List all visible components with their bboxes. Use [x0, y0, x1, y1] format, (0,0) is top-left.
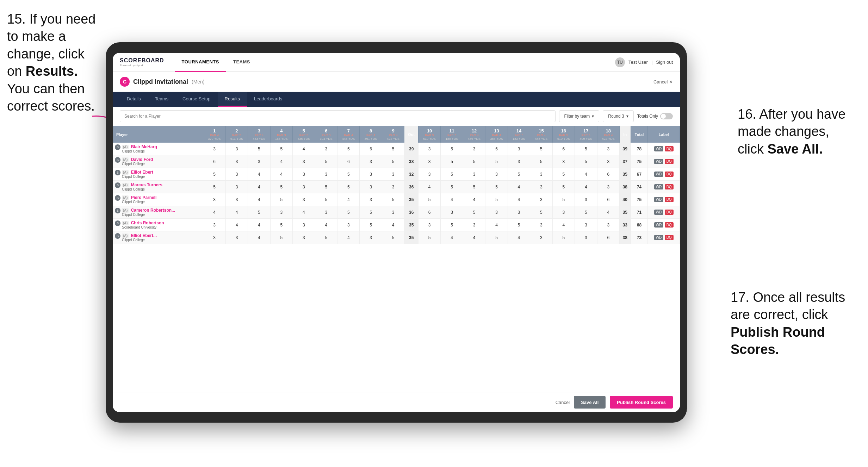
score-hole-17[interactable]: 5 — [575, 206, 597, 219]
score-hole-13[interactable]: 3 — [485, 168, 508, 181]
score-hole-10[interactable]: 3 — [418, 143, 440, 155]
score-hole-1[interactable]: 5 — [203, 181, 225, 193]
score-hole-8[interactable]: 3 — [360, 193, 382, 206]
score-hole-1[interactable]: 6 — [203, 155, 225, 168]
score-hole-14[interactable]: 4 — [508, 193, 530, 206]
score-hole-13[interactable]: 3 — [485, 206, 508, 219]
score-hole-12[interactable]: 3 — [463, 143, 485, 155]
score-hole-14[interactable]: 3 — [508, 155, 530, 168]
score-hole-12[interactable]: 3 — [463, 219, 485, 231]
score-hole-13[interactable]: 6 — [485, 143, 508, 155]
score-hole-11[interactable]: 5 — [441, 143, 463, 155]
score-hole-11[interactable]: 3 — [441, 206, 463, 219]
score-hole-13[interactable]: 5 — [485, 193, 508, 206]
score-hole-9[interactable]: 3 — [382, 181, 404, 193]
score-hole-4[interactable]: 5 — [270, 193, 292, 206]
score-hole-15[interactable]: 3 — [530, 219, 552, 231]
score-hole-18[interactable]: 6 — [597, 168, 619, 181]
score-hole-17[interactable]: 3 — [575, 231, 597, 244]
search-input[interactable] — [120, 110, 556, 122]
score-hole-6[interactable]: 5 — [315, 155, 337, 168]
score-hole-13[interactable]: 4 — [485, 219, 508, 231]
score-hole-13[interactable]: 5 — [485, 155, 508, 168]
score-hole-4[interactable]: 5 — [270, 181, 292, 193]
dq-button[interactable]: DQ — [665, 159, 674, 164]
player-name[interactable]: Elliot Ebert... — [131, 233, 157, 238]
score-hole-17[interactable]: 4 — [575, 181, 597, 193]
score-hole-1[interactable]: 3 — [203, 231, 225, 244]
score-hole-11[interactable]: 5 — [441, 155, 463, 168]
score-hole-6[interactable]: 4 — [315, 219, 337, 231]
score-hole-5[interactable]: 3 — [293, 231, 315, 244]
score-hole-9[interactable]: 5 — [382, 143, 404, 155]
score-hole-17[interactable]: 4 — [575, 168, 597, 181]
dq-button[interactable]: DQ — [665, 146, 674, 151]
score-hole-7[interactable]: 5 — [337, 168, 360, 181]
score-hole-1[interactable]: 3 — [203, 219, 225, 231]
score-hole-16[interactable]: 6 — [552, 143, 575, 155]
score-hole-12[interactable]: 4 — [463, 231, 485, 244]
score-hole-14[interactable]: 3 — [508, 143, 530, 155]
player-name[interactable]: Chris Robertson — [131, 220, 164, 225]
score-hole-2[interactable]: 4 — [225, 219, 248, 231]
score-hole-10[interactable]: 5 — [418, 193, 440, 206]
score-hole-10[interactable]: 3 — [418, 155, 440, 168]
score-hole-1[interactable]: 3 — [203, 193, 225, 206]
tournament-cancel-btn[interactable]: Cancel ✕ — [653, 79, 673, 85]
wd-button[interactable]: WD — [654, 210, 664, 215]
score-hole-5[interactable]: 4 — [293, 206, 315, 219]
score-hole-2[interactable]: 3 — [225, 181, 248, 193]
footer-cancel[interactable]: Cancel — [556, 400, 570, 405]
score-hole-15[interactable]: 3 — [530, 181, 552, 193]
score-hole-16[interactable]: 5 — [552, 168, 575, 181]
score-hole-15[interactable]: 3 — [530, 231, 552, 244]
save-all-button[interactable]: Save All — [574, 396, 606, 409]
score-hole-4[interactable]: 3 — [270, 206, 292, 219]
score-hole-13[interactable]: 5 — [485, 231, 508, 244]
score-hole-10[interactable]: 3 — [418, 219, 440, 231]
score-hole-3[interactable]: 4 — [248, 219, 270, 231]
round-select-btn[interactable]: Round 3 ▾ — [603, 110, 633, 122]
score-hole-4[interactable]: 5 — [270, 143, 292, 155]
player-name[interactable]: Piers Parnell — [131, 195, 157, 200]
score-hole-6[interactable]: 3 — [315, 206, 337, 219]
score-hole-8[interactable]: 3 — [360, 181, 382, 193]
tab-teams[interactable]: Teams — [148, 92, 175, 107]
score-hole-14[interactable]: 5 — [508, 219, 530, 231]
score-hole-8[interactable]: 5 — [360, 219, 382, 231]
score-hole-7[interactable]: 6 — [337, 155, 360, 168]
score-hole-16[interactable]: 5 — [552, 231, 575, 244]
player-name[interactable]: Marcus Turners — [131, 182, 162, 187]
score-hole-5[interactable]: 3 — [293, 193, 315, 206]
score-hole-15[interactable]: 3 — [530, 168, 552, 181]
score-hole-9[interactable]: 3 — [382, 168, 404, 181]
score-hole-3[interactable]: 4 — [248, 181, 270, 193]
score-hole-16[interactable]: 5 — [552, 181, 575, 193]
score-hole-17[interactable]: 3 — [575, 193, 597, 206]
score-hole-3[interactable]: 4 — [248, 193, 270, 206]
score-hole-8[interactable]: 5 — [360, 206, 382, 219]
score-hole-2[interactable]: 4 — [225, 206, 248, 219]
wd-button[interactable]: WD — [654, 159, 664, 164]
score-hole-3[interactable]: 4 — [248, 168, 270, 181]
tab-course-setup[interactable]: Course Setup — [175, 92, 218, 107]
nav-link-tournaments[interactable]: TOURNAMENTS — [175, 53, 226, 72]
dq-button[interactable]: DQ — [665, 197, 674, 202]
score-hole-1[interactable]: 5 — [203, 168, 225, 181]
score-hole-7[interactable]: 4 — [337, 231, 360, 244]
score-hole-11[interactable]: 4 — [441, 231, 463, 244]
score-hole-7[interactable]: 5 — [337, 206, 360, 219]
score-hole-16[interactable]: 5 — [552, 193, 575, 206]
score-hole-9[interactable]: 3 — [382, 206, 404, 219]
dq-button[interactable]: DQ — [665, 172, 674, 177]
wd-button[interactable]: WD — [654, 172, 664, 177]
score-hole-3[interactable]: 4 — [248, 231, 270, 244]
score-hole-16[interactable]: 4 — [552, 219, 575, 231]
player-name[interactable]: Blair McHarg — [131, 144, 157, 149]
player-name[interactable]: Cameron Robertson... — [131, 208, 175, 213]
wd-button[interactable]: WD — [654, 235, 664, 240]
score-hole-12[interactable]: 5 — [463, 155, 485, 168]
dq-button[interactable]: DQ — [665, 235, 674, 240]
nav-link-teams[interactable]: TEAMS — [226, 53, 257, 72]
player-name[interactable]: David Ford — [131, 157, 153, 162]
